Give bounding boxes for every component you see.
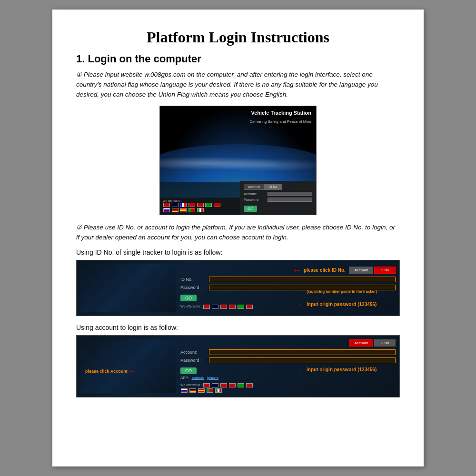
tab-idno-acct[interactable]: ID No. xyxy=(374,339,396,347)
id-screenshot-right: Account ID No. ID No.: Password : GO xyxy=(176,264,396,312)
please-click-account-label: please click Account xyxy=(85,369,128,374)
section1-title: 1. Login on the computer xyxy=(76,53,400,65)
flag-tr xyxy=(197,203,204,207)
flag-vn xyxy=(188,203,195,207)
tab-account-id[interactable]: Account xyxy=(349,267,373,274)
flag-vn-1 xyxy=(220,305,227,309)
flag-pt-2 xyxy=(207,388,213,393)
password-label-2: Password : xyxy=(180,358,209,363)
id-no-field[interactable] xyxy=(209,277,396,282)
flag-es xyxy=(180,208,187,212)
login-form: Account ID No. Account: Password: GO xyxy=(240,181,316,215)
go-button-account[interactable]: GO xyxy=(180,367,197,374)
flag-it-2 xyxy=(215,388,222,393)
account-login-section: please click Account → Account ID No. Ac… xyxy=(76,335,400,397)
flag-ru xyxy=(163,208,170,212)
flag-ru-2 xyxy=(181,388,188,393)
account-row: Account: xyxy=(244,192,312,196)
tab-idno-main[interactable]: ID No. xyxy=(264,184,282,190)
account-screenshot-left: please click Account → xyxy=(80,339,176,393)
password-field-2[interactable] xyxy=(209,357,396,363)
flag-it xyxy=(197,208,204,212)
app-label: APP: xyxy=(180,376,189,380)
id-screenshot-left xyxy=(80,264,176,312)
account-line: Account: xyxy=(180,349,396,355)
flag-no-1 xyxy=(246,305,253,309)
account-arrow-annot: please click Account → xyxy=(85,367,180,377)
password-input-mock xyxy=(268,198,312,202)
password-row: Password: xyxy=(244,198,312,202)
iphone-link[interactable]: Iphone xyxy=(207,376,218,380)
flag-uk-1 xyxy=(212,305,218,309)
tab-account-main[interactable]: Account xyxy=(244,184,264,190)
clouds xyxy=(160,154,316,173)
account-screenshot-inner: please click Account → Account ID No. Ac… xyxy=(80,339,396,393)
flag-no xyxy=(214,203,220,207)
flag-uk xyxy=(172,203,178,207)
password-label: Password: xyxy=(244,198,268,201)
vts-title: Vehicle Tracking Station xyxy=(251,110,311,116)
flag-pt xyxy=(188,208,195,212)
account-login-screenshot: please click Account → Account ID No. Ac… xyxy=(76,335,400,397)
go-button-main[interactable]: GO xyxy=(244,206,257,212)
step1-text: ① Please input website w.008gps.com on t… xyxy=(76,70,400,100)
account-field[interactable] xyxy=(209,349,396,355)
offered-label-2: We offered in : xyxy=(180,383,202,387)
app-row: APP: android Iphone xyxy=(180,376,396,380)
flag-de xyxy=(172,208,178,212)
offered-label-main: We offered in : xyxy=(163,199,181,202)
flag-no-2 xyxy=(246,383,253,387)
flag-tr-1 xyxy=(229,305,236,309)
flag-sa-1 xyxy=(238,305,244,309)
flag-cn xyxy=(163,203,170,207)
page-title: Platform Login Instructions xyxy=(76,29,400,46)
id-no-label: ID No.: xyxy=(180,277,209,282)
id-tab-bar: Account ID No. xyxy=(180,267,396,274)
flag-sa xyxy=(205,203,212,207)
password-line-2: Password : xyxy=(180,357,396,363)
flag-vn-2 xyxy=(220,383,227,387)
id-login-screenshot: Account ID No. ID No.: Password : GO xyxy=(76,260,400,316)
page: Platform Login Instructions 1. Login on … xyxy=(52,10,424,466)
flag-uk-2 xyxy=(212,383,218,387)
tab-row: Account ID No. xyxy=(244,184,312,190)
flag-fr xyxy=(180,203,187,207)
id-login-label: Using ID No. of single tracker to login … xyxy=(76,248,400,256)
id-screenshot-inner: Account ID No. ID No.: Password : GO xyxy=(80,264,396,312)
account-input-mock xyxy=(268,192,312,196)
offered-label-1: We offered in : xyxy=(180,305,202,308)
main-screenshot-container: Vehicle Tracking Station Delivering Safe… xyxy=(76,106,400,215)
go-button-id[interactable]: GO xyxy=(180,295,197,301)
flag-sa-2 xyxy=(238,383,244,387)
vts-subtitle: Delivering Safety and Peace of Mind xyxy=(250,119,311,124)
id-login-section: Account ID No. ID No.: Password : GO xyxy=(76,260,400,316)
step2-text: ② Please use ID No. or account to login … xyxy=(76,223,400,243)
account-screenshot-right: Account ID No. Account: Password : GO xyxy=(176,339,396,393)
offered-small-2: We offered in : xyxy=(180,380,396,393)
account-tab-bar: Account ID No. xyxy=(180,339,396,347)
account-label: Account: xyxy=(244,192,268,196)
flag-de-2 xyxy=(189,388,196,393)
arrow-icon-account: → xyxy=(128,367,136,377)
flag-cn-1 xyxy=(203,305,210,309)
account-login-label: Using account to login is as follow: xyxy=(76,324,400,331)
tab-idno-id[interactable]: ID No. xyxy=(374,267,396,274)
account-label-2: Account: xyxy=(180,350,209,355)
password-field-1[interactable] xyxy=(209,285,396,290)
flag-es-2 xyxy=(198,388,205,393)
android-link[interactable]: android xyxy=(191,376,204,380)
satellite-image xyxy=(160,106,316,182)
password-line-1: Password : xyxy=(180,285,396,290)
offered-small-1: We offered in : xyxy=(180,301,396,309)
offered-row-main: We offered in : xyxy=(160,198,240,215)
flag-cn-2 xyxy=(203,383,210,387)
tab-account-acct[interactable]: Account xyxy=(349,339,373,347)
flag-tr-2 xyxy=(229,383,236,387)
id-no-line: ID No.: xyxy=(180,277,396,282)
main-screenshot: Vehicle Tracking Station Delivering Safe… xyxy=(159,106,317,215)
password-label-1: Password : xyxy=(180,285,209,290)
